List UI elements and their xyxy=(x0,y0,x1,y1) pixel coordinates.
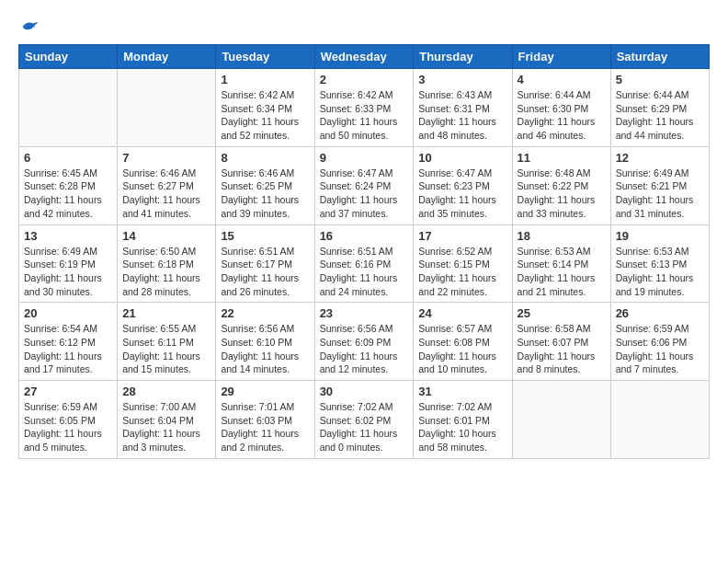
calendar-cell: 4Sunrise: 6:44 AMSunset: 6:30 PMDaylight… xyxy=(512,69,610,147)
calendar-cell: 8Sunrise: 6:46 AMSunset: 6:25 PMDaylight… xyxy=(216,146,314,224)
logo xyxy=(18,18,40,35)
calendar-cell: 27Sunrise: 6:59 AMSunset: 6:05 PMDayligh… xyxy=(19,381,118,459)
day-info: Sunrise: 7:00 AMSunset: 6:04 PMDaylight:… xyxy=(122,400,210,454)
day-info: Sunrise: 6:42 AMSunset: 6:33 PMDaylight:… xyxy=(320,88,409,143)
logo-bird-icon xyxy=(21,18,40,35)
day-number: 14 xyxy=(122,229,210,243)
calendar-cell: 29Sunrise: 7:01 AMSunset: 6:03 PMDayligh… xyxy=(216,381,314,459)
day-info: Sunrise: 6:59 AMSunset: 6:06 PMDaylight:… xyxy=(616,322,704,376)
day-number: 15 xyxy=(221,229,309,243)
day-info: Sunrise: 6:43 AMSunset: 6:31 PMDaylight:… xyxy=(418,88,506,143)
week-row-2: 6Sunrise: 6:45 AMSunset: 6:28 PMDaylight… xyxy=(19,146,710,224)
day-number: 22 xyxy=(221,306,309,320)
calendar-cell: 15Sunrise: 6:51 AMSunset: 6:17 PMDayligh… xyxy=(216,224,314,303)
calendar-cell: 26Sunrise: 6:59 AMSunset: 6:06 PMDayligh… xyxy=(610,303,709,381)
day-number: 8 xyxy=(221,151,309,165)
page-header xyxy=(18,18,710,35)
day-info: Sunrise: 6:54 AMSunset: 6:12 PMDaylight:… xyxy=(24,322,112,376)
day-header-thursday: Thursday xyxy=(414,45,512,69)
calendar-cell: 31Sunrise: 7:02 AMSunset: 6:01 PMDayligh… xyxy=(414,381,512,459)
day-info: Sunrise: 6:47 AMSunset: 6:24 PMDaylight:… xyxy=(320,167,409,221)
day-info: Sunrise: 6:52 AMSunset: 6:15 PMDaylight:… xyxy=(418,245,506,299)
calendar-cell: 28Sunrise: 7:00 AMSunset: 6:04 PMDayligh… xyxy=(118,381,216,459)
day-info: Sunrise: 6:51 AMSunset: 6:16 PMDaylight:… xyxy=(320,245,409,299)
day-number: 4 xyxy=(518,73,606,86)
calendar-cell: 1Sunrise: 6:42 AMSunset: 6:34 PMDaylight… xyxy=(216,69,314,147)
calendar-cell: 9Sunrise: 6:47 AMSunset: 6:24 PMDaylight… xyxy=(314,146,414,224)
day-number: 23 xyxy=(320,306,409,320)
day-number: 9 xyxy=(320,151,409,165)
day-info: Sunrise: 6:49 AMSunset: 6:21 PMDaylight:… xyxy=(616,167,704,221)
calendar-cell: 20Sunrise: 6:54 AMSunset: 6:12 PMDayligh… xyxy=(19,303,118,381)
calendar-cell: 23Sunrise: 6:56 AMSunset: 6:09 PMDayligh… xyxy=(314,303,414,381)
day-header-wednesday: Wednesday xyxy=(314,45,414,69)
day-info: Sunrise: 6:45 AMSunset: 6:28 PMDaylight:… xyxy=(24,167,112,221)
day-number: 17 xyxy=(418,229,506,243)
day-header-sunday: Sunday xyxy=(19,45,118,69)
day-info: Sunrise: 6:46 AMSunset: 6:25 PMDaylight:… xyxy=(221,167,309,221)
day-info: Sunrise: 7:01 AMSunset: 6:03 PMDaylight:… xyxy=(221,400,309,454)
day-number: 20 xyxy=(24,306,112,320)
day-info: Sunrise: 6:56 AMSunset: 6:09 PMDaylight:… xyxy=(320,322,409,376)
day-number: 10 xyxy=(418,151,506,165)
day-number: 25 xyxy=(518,306,606,320)
calendar-cell xyxy=(19,69,118,147)
calendar-cell: 6Sunrise: 6:45 AMSunset: 6:28 PMDaylight… xyxy=(19,146,118,224)
week-row-3: 13Sunrise: 6:49 AMSunset: 6:19 PMDayligh… xyxy=(19,224,710,303)
day-info: Sunrise: 6:44 AMSunset: 6:30 PMDaylight:… xyxy=(518,88,606,143)
day-number: 2 xyxy=(320,73,409,86)
day-info: Sunrise: 6:56 AMSunset: 6:10 PMDaylight:… xyxy=(221,322,309,376)
calendar-cell: 19Sunrise: 6:53 AMSunset: 6:13 PMDayligh… xyxy=(610,224,709,303)
day-number: 6 xyxy=(24,151,112,165)
calendar-cell xyxy=(610,381,709,459)
day-info: Sunrise: 6:44 AMSunset: 6:29 PMDaylight:… xyxy=(616,88,704,143)
day-header-saturday: Saturday xyxy=(610,45,709,69)
day-info: Sunrise: 6:42 AMSunset: 6:34 PMDaylight:… xyxy=(221,88,309,143)
calendar-cell: 5Sunrise: 6:44 AMSunset: 6:29 PMDaylight… xyxy=(610,69,709,147)
day-info: Sunrise: 6:50 AMSunset: 6:18 PMDaylight:… xyxy=(122,245,210,299)
calendar-cell: 22Sunrise: 6:56 AMSunset: 6:10 PMDayligh… xyxy=(216,303,314,381)
day-number: 7 xyxy=(122,151,210,165)
day-header-friday: Friday xyxy=(512,45,610,69)
calendar-cell: 30Sunrise: 7:02 AMSunset: 6:02 PMDayligh… xyxy=(314,381,414,459)
day-number: 12 xyxy=(616,151,704,165)
day-number: 3 xyxy=(418,73,506,86)
calendar-cell: 10Sunrise: 6:47 AMSunset: 6:23 PMDayligh… xyxy=(414,146,512,224)
day-number: 18 xyxy=(518,229,606,243)
calendar-cell: 18Sunrise: 6:53 AMSunset: 6:14 PMDayligh… xyxy=(512,224,610,303)
day-number: 16 xyxy=(320,229,409,243)
day-header-tuesday: Tuesday xyxy=(216,45,314,69)
calendar-cell: 24Sunrise: 6:57 AMSunset: 6:08 PMDayligh… xyxy=(414,303,512,381)
day-info: Sunrise: 6:59 AMSunset: 6:05 PMDaylight:… xyxy=(24,400,112,454)
day-info: Sunrise: 6:46 AMSunset: 6:27 PMDaylight:… xyxy=(122,167,210,221)
day-info: Sunrise: 6:49 AMSunset: 6:19 PMDaylight:… xyxy=(24,245,112,299)
calendar-cell: 7Sunrise: 6:46 AMSunset: 6:27 PMDaylight… xyxy=(118,146,216,224)
week-row-4: 20Sunrise: 6:54 AMSunset: 6:12 PMDayligh… xyxy=(19,303,710,381)
day-info: Sunrise: 6:47 AMSunset: 6:23 PMDaylight:… xyxy=(418,167,506,221)
day-number: 27 xyxy=(24,385,112,398)
calendar-cell: 12Sunrise: 6:49 AMSunset: 6:21 PMDayligh… xyxy=(610,146,709,224)
day-number: 30 xyxy=(320,385,409,398)
calendar-cell xyxy=(118,69,216,147)
calendar-cell: 3Sunrise: 6:43 AMSunset: 6:31 PMDaylight… xyxy=(414,69,512,147)
day-number: 21 xyxy=(122,306,210,320)
day-info: Sunrise: 6:55 AMSunset: 6:11 PMDaylight:… xyxy=(122,322,210,376)
day-number: 5 xyxy=(616,73,704,86)
day-info: Sunrise: 6:57 AMSunset: 6:08 PMDaylight:… xyxy=(418,322,506,376)
calendar-cell: 14Sunrise: 6:50 AMSunset: 6:18 PMDayligh… xyxy=(118,224,216,303)
day-info: Sunrise: 7:02 AMSunset: 6:02 PMDaylight:… xyxy=(320,400,409,454)
calendar-cell: 16Sunrise: 6:51 AMSunset: 6:16 PMDayligh… xyxy=(314,224,414,303)
day-info: Sunrise: 6:58 AMSunset: 6:07 PMDaylight:… xyxy=(518,322,606,376)
day-number: 28 xyxy=(122,385,210,398)
day-number: 29 xyxy=(221,385,309,398)
day-info: Sunrise: 6:48 AMSunset: 6:22 PMDaylight:… xyxy=(518,167,606,221)
day-info: Sunrise: 6:53 AMSunset: 6:13 PMDaylight:… xyxy=(616,245,704,299)
day-number: 31 xyxy=(418,385,506,398)
day-header-monday: Monday xyxy=(118,45,216,69)
header-row: SundayMondayTuesdayWednesdayThursdayFrid… xyxy=(19,45,710,69)
calendar-cell xyxy=(512,381,610,459)
week-row-5: 27Sunrise: 6:59 AMSunset: 6:05 PMDayligh… xyxy=(19,381,710,459)
day-number: 11 xyxy=(518,151,606,165)
day-number: 13 xyxy=(24,229,112,243)
day-info: Sunrise: 6:53 AMSunset: 6:14 PMDaylight:… xyxy=(518,245,606,299)
